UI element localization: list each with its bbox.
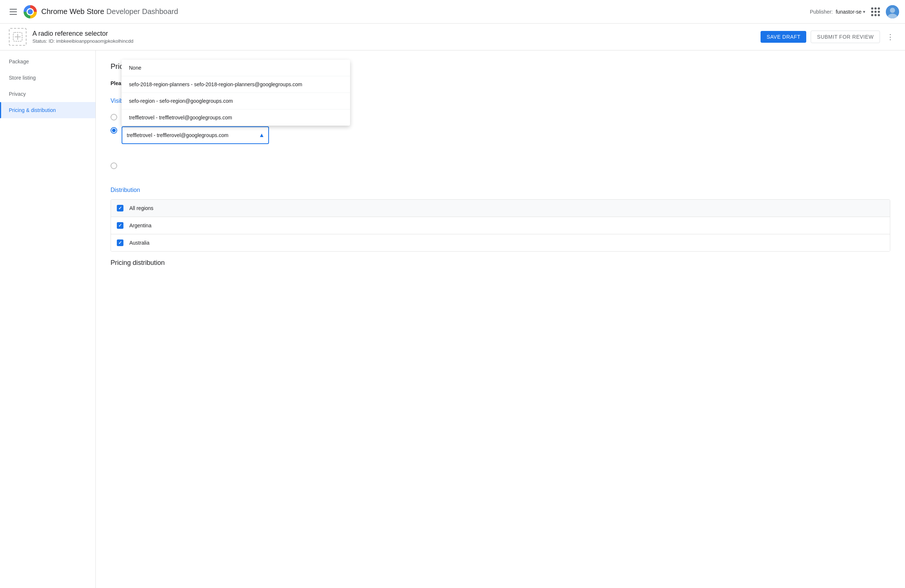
dropdown-option-none[interactable]: None — [122, 60, 350, 76]
main-layout: Package Store listing Privacy Pricing & … — [0, 51, 905, 588]
dist-label-argentina: Argentina — [129, 222, 151, 228]
publisher-dropdown-arrow[interactable]: ▾ — [863, 9, 865, 14]
dist-row-all-regions[interactable]: All regions — [111, 200, 890, 217]
radio-button-3[interactable] — [111, 162, 117, 169]
avatar[interactable] — [886, 5, 899, 18]
ext-name: A radio reference selector — [32, 30, 761, 38]
visibility-radio-group: None sefo-2018-region-planners - sefo-20… — [111, 110, 890, 172]
sidebar-item-package[interactable]: Package — [0, 54, 95, 70]
dropdown-option-treffletrovel[interactable]: treffletrovel - treffletrovel@googlegrou… — [122, 109, 350, 126]
submit-review-button[interactable]: SUBMIT FOR REVIEW — [811, 30, 880, 43]
dropdown-popup: None sefo-2018-region-planners - sefo-20… — [122, 60, 350, 126]
apps-icon[interactable] — [871, 7, 880, 16]
sidebar-item-store-listing[interactable]: Store listing — [0, 70, 95, 86]
pricing-distribution-label: Pricing distribution — [111, 259, 165, 266]
sidebar-item-privacy[interactable]: Privacy — [0, 86, 95, 102]
save-draft-button[interactable]: SAVE DRAFT — [761, 31, 806, 43]
dist-label-australia: Australia — [129, 240, 149, 246]
publisher-name: funastor-se — [836, 9, 862, 15]
dist-row-argentina[interactable]: Argentina — [111, 217, 890, 234]
dropdown-popup-wrapper: None sefo-2018-region-planners - sefo-20… — [122, 124, 269, 144]
dropdown-option-seforegion[interactable]: sefo-region - sefo-region@googlegroups.c… — [122, 93, 350, 109]
dropdown-arrow-up-icon: ▲ — [259, 132, 265, 138]
dist-checkbox-argentina[interactable] — [117, 222, 124, 229]
dropdown-option-sefo2018[interactable]: sefo-2018-region-planners - sefo-2018-re… — [122, 76, 350, 93]
dropdown-selected-text: treffletrovel - trefflerovel@googlegroup… — [127, 132, 229, 138]
radio-item-3[interactable] — [111, 159, 890, 172]
header-actions: SAVE DRAFT SUBMIT FOR REVIEW ⋮ — [761, 30, 896, 43]
sidebar-item-pricing-distribution[interactable]: Pricing & distribution — [0, 102, 95, 118]
svg-point-1 — [890, 8, 895, 13]
dropdown-selected[interactable]: treffletrovel - trefflerovel@googlegroup… — [122, 126, 269, 144]
nav-title-sub: Developer Dashboard — [106, 7, 178, 16]
main-content: Pricing & Distribution Please note: Pric… — [96, 51, 905, 588]
chrome-logo — [24, 5, 37, 18]
radio-button-1[interactable] — [111, 114, 117, 120]
ext-header: A radio reference selector Status: ID: i… — [0, 24, 905, 51]
status-label: Status: — [32, 38, 47, 44]
radio-button-2[interactable] — [111, 127, 117, 134]
sidebar: Package Store listing Privacy Pricing & … — [0, 51, 96, 588]
ext-icon — [9, 28, 27, 46]
ext-info: A radio reference selector Status: ID: i… — [32, 30, 761, 44]
ext-status: Status: ID: imbkeeibioanppnoaomjpkokolhi… — [32, 38, 761, 44]
ext-id: ID: imbkeeibioanppnoaomjpkokolhincdd — [49, 38, 133, 44]
pricing-distribution-section: Pricing distribution — [111, 259, 890, 267]
distribution-table: All regions Argentina Australia — [111, 199, 890, 252]
more-options-icon[interactable]: ⋮ — [884, 31, 896, 43]
nav-title-main: Chrome Web Store — [41, 7, 104, 16]
hamburger-menu[interactable] — [6, 5, 21, 19]
dist-checkbox-all-regions[interactable] — [117, 205, 124, 211]
distribution-section: Distribution All regions Argentina Austr… — [111, 187, 890, 252]
dropdown-wrapper: None sefo-2018-region-planners - sefo-20… — [122, 126, 269, 144]
dist-checkbox-australia[interactable] — [117, 239, 124, 246]
publisher-label: Publisher: — [810, 9, 833, 15]
top-nav: Chrome Web Store Developer Dashboard Pub… — [0, 0, 905, 24]
dist-row-australia[interactable]: Australia — [111, 234, 890, 251]
dist-label-all-regions: All regions — [129, 205, 153, 211]
distribution-title: Distribution — [111, 187, 890, 193]
radio-item-2-wrapper: None sefo-2018-region-planners - sefo-20… — [111, 124, 890, 137]
